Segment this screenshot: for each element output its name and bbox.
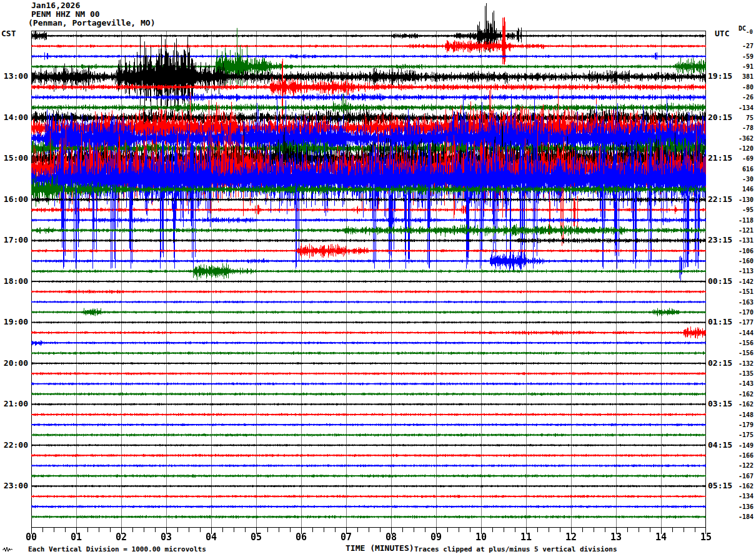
dc-value: -134: [731, 493, 754, 500]
dc-first-value: -0: [746, 29, 753, 35]
x-axis-tick-label: 00: [17, 531, 45, 543]
dc-value: -80: [731, 84, 754, 91]
x-axis-tick-label: 01: [62, 531, 90, 543]
dc-value: -120: [731, 145, 754, 152]
cst-hour-label: 14:00: [0, 113, 28, 123]
dc-value: -170: [731, 309, 754, 316]
dc-value: -135: [731, 370, 754, 377]
dc-value: -26: [731, 94, 754, 101]
dc-value: -162: [731, 401, 754, 408]
clip-note: Traces clipped at plus/minus 5 vertical …: [414, 545, 617, 553]
cst-hour-label: 22:00: [0, 440, 28, 450]
dc-value: -118: [731, 217, 754, 224]
x-axis-tick-label: 03: [152, 531, 180, 543]
dc-value: -131: [731, 237, 754, 244]
helicorder-page: { "header": { "date": "Jan16,2026", "sta…: [0, 0, 756, 554]
x-axis-title: TIME (MINUTES): [346, 543, 414, 553]
cst-label: CST: [1, 29, 16, 38]
x-axis-tick-label: 11: [512, 531, 540, 543]
dc-value: -143: [731, 380, 754, 387]
dc-value: -27: [731, 43, 754, 49]
dc-value: -130: [731, 196, 754, 203]
dc-value: -177: [731, 319, 754, 326]
x-axis-tick-label: 13: [602, 531, 630, 543]
dc-value: -162: [731, 391, 754, 398]
dc-value: 146: [731, 186, 754, 193]
mini-waveform-icon: [2, 546, 12, 552]
dc-value: -156: [731, 350, 754, 356]
dc-value: -144: [731, 330, 754, 336]
dc-value: -30: [731, 176, 754, 183]
x-axis-tick-label: 14: [647, 531, 675, 543]
x-axis-tick-label: 07: [332, 531, 360, 543]
seismogram-plot: [31, 0, 706, 535]
dc-value: -160: [731, 258, 754, 264]
x-axis-tick-label: 15: [692, 531, 720, 543]
dc-value: -134: [731, 104, 754, 111]
cst-hour-label: 23:00: [0, 481, 28, 491]
x-axis-tick-label: 12: [557, 531, 585, 543]
dc-label: DC: [739, 25, 746, 32]
dc-value: -69: [731, 155, 754, 162]
x-axis-tick-label: 06: [287, 531, 315, 543]
dc-value: -121: [731, 227, 754, 234]
cst-hour-label: 17:00: [0, 235, 28, 245]
cst-hour-label: 18:00: [0, 276, 28, 286]
dc-value: -106: [731, 248, 754, 254]
utc-label: UTC: [715, 29, 729, 38]
dc-value: -156: [731, 340, 754, 346]
cst-hour-label: 13:00: [0, 71, 28, 81]
cst-hour-label: 20:00: [0, 358, 28, 368]
dc-value: -149: [731, 442, 754, 449]
cst-hour-label: 21:00: [0, 399, 28, 409]
dc-value: -179: [731, 421, 754, 428]
x-axis-tick-label: 04: [197, 531, 225, 543]
dc-value: -166: [731, 452, 754, 459]
x-axis-tick-label: 08: [377, 531, 405, 543]
dc-value: -184: [731, 513, 754, 520]
x-axis-tick-label: 10: [467, 531, 495, 543]
dc-value: -151: [731, 288, 754, 295]
x-axis-tick-label: 02: [107, 531, 135, 543]
dc-value: -162: [731, 483, 754, 490]
dc-value: -132: [731, 360, 754, 367]
scale-note: Each Vertical Division = 1000.00 microvo…: [28, 545, 206, 553]
dc-value: -78: [731, 124, 754, 131]
cst-hour-label: 19:00: [0, 317, 28, 327]
dc-value: -142: [731, 278, 754, 285]
dc-value: -95: [731, 206, 754, 213]
dc-value: 381: [731, 73, 754, 80]
x-axis-tick-label: 09: [422, 531, 450, 543]
dc-value: -113: [731, 268, 754, 274]
dc-value: 616: [731, 166, 754, 173]
dc-value: -163: [731, 299, 754, 306]
dc-value: -91: [731, 63, 754, 70]
cst-hour-label: 15:00: [0, 153, 28, 163]
x-axis-tick-label: 05: [242, 531, 270, 543]
dc-value: -362: [731, 135, 754, 142]
dc-value: -148: [731, 411, 754, 418]
dc-value: -167: [731, 473, 754, 480]
dc-value: -175: [731, 431, 754, 438]
dc-value: -136: [731, 503, 754, 510]
cst-hour-label: 16:00: [0, 194, 28, 204]
dc-value: -122: [731, 462, 754, 469]
dc-value: -59: [731, 53, 754, 60]
dc-value: 75: [731, 114, 754, 121]
